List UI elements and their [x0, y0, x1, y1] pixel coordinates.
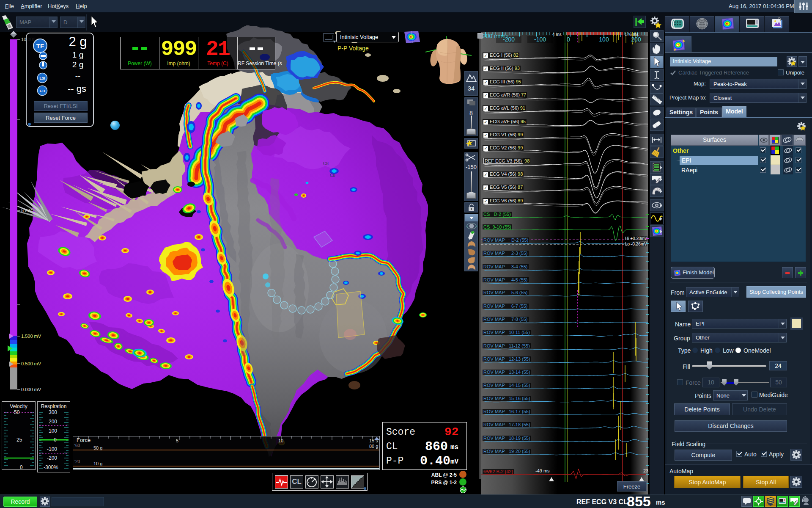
svg-text:60: 60	[75, 443, 80, 448]
svg-text:LSI: LSI	[39, 76, 45, 80]
svg-text:0.500 mV: 0.500 mV	[21, 361, 41, 366]
svg-text:5 mV: 5 mV	[21, 208, 32, 213]
svg-text:0: 0	[20, 464, 23, 470]
svg-text:0.000 mV: 0.000 mV	[21, 387, 41, 392]
svg-text:100: 100	[49, 428, 57, 434]
svg-text:20: 20	[75, 459, 80, 464]
svg-text:10 g: 10 g	[93, 461, 102, 466]
svg-text:-: -	[74, 458, 75, 463]
svg-text:50: 50	[14, 409, 20, 415]
svg-text:25: 25	[16, 437, 22, 443]
svg-text:10: 10	[278, 438, 283, 443]
svg-text:0: 0	[54, 437, 57, 443]
svg-text:-100: -100	[47, 446, 57, 452]
svg-text:FTI: FTI	[40, 89, 45, 93]
svg-text:300: 300	[49, 409, 57, 415]
svg-text:50 g: 50 g	[93, 445, 102, 450]
svg-text:200: 200	[49, 419, 57, 425]
svg-text:1.500 mV: 1.500 mV	[21, 334, 41, 339]
svg-text:5: 5	[176, 438, 178, 443]
svg-text:C8: C8	[330, 173, 335, 178]
svg-text:TF: TF	[36, 42, 44, 50]
svg-text:Force: Force	[77, 437, 91, 443]
svg-text:C8: C8	[323, 161, 329, 166]
svg-text:80 g: 80 g	[369, 444, 378, 449]
svg-text:-300%: -300%	[44, 464, 58, 470]
svg-text:-: -	[74, 442, 75, 447]
svg-text:-200: -200	[47, 455, 57, 461]
